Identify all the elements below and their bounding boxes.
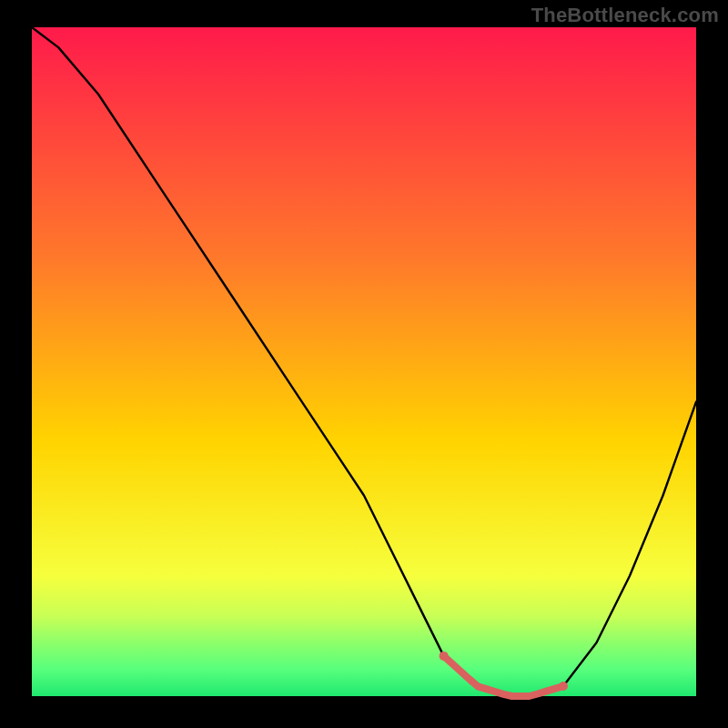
accent-end-dot (559, 682, 568, 691)
plot-area (32, 27, 696, 696)
accent-start-dot (440, 652, 449, 661)
watermark-text: TheBottleneck.com (531, 4, 719, 27)
bottleneck-chart (0, 0, 728, 728)
chart-container: TheBottleneck.com (0, 0, 728, 728)
